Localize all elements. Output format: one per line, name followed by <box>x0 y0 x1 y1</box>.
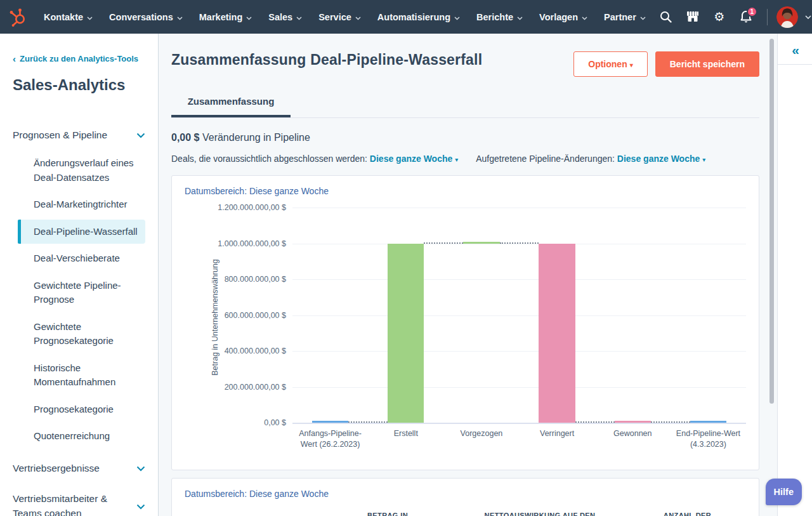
nav-menu: KontakteConversationsMarketingSalesServi… <box>36 0 654 34</box>
tab-zusammenfassung[interactable]: Zusammenfassung <box>171 92 291 117</box>
nav-item-sales[interactable]: Sales <box>260 0 310 34</box>
chevron-down-icon <box>87 12 93 22</box>
settings-gear-icon[interactable]: ⚙ <box>707 5 731 29</box>
notification-badge: 1 <box>747 6 757 17</box>
help-button[interactable]: Hilfe <box>766 479 802 505</box>
x-axis-label: Erstellt <box>368 428 443 450</box>
sidebar-item-gewichtete-prognosekategorie[interactable]: Gewichtete Prognosekategorie <box>21 315 145 354</box>
x-axis-line <box>292 423 746 424</box>
sidebar-item--nderungsverlauf-eines-deal-datensatzes[interactable]: Änderungsverlauf eines Deal-Datensatzes <box>21 151 145 190</box>
nav-item-partner[interactable]: Partner <box>596 0 654 34</box>
right-rail: « <box>764 34 812 516</box>
table-date-range-label: Datumsbereich: Diese ganze Woche <box>185 489 746 499</box>
nav-item-kontakte[interactable]: Kontakte <box>36 0 101 34</box>
collapse-panel-icon[interactable]: « <box>778 34 812 64</box>
breakdown-table-card: Datumsbereich: Diese ganze Woche DEAL-AU… <box>171 478 759 516</box>
sidebar-title: Sales-Analytics <box>13 76 158 94</box>
gridline <box>292 351 746 352</box>
pipeline-change-label: Veränderung in Pipeline <box>202 132 310 143</box>
caret-down-icon: ▾ <box>455 156 458 163</box>
y-tick-label: 0,00 $ <box>264 418 286 427</box>
nav-divider <box>767 9 768 25</box>
waterfall-bar-anfangs-pipeline-wert-26-2-2023-[interactable] <box>312 421 348 423</box>
y-tick-label: 1.000.000.000,00 $ <box>218 239 286 248</box>
x-axis-label: End-Pipeline-Wert (4.3.2023) <box>671 428 746 450</box>
gridline <box>292 244 746 244</box>
y-axis-labels: 1.200.000.000,00 $1.000.000.000,00 $800.… <box>199 208 292 423</box>
sidebar-item-gewichtete-pipeline-prognose[interactable]: Gewichtete Pipeline-Prognose <box>21 274 145 312</box>
back-link-label: Zurück zu den Analytics-Tools <box>20 54 138 63</box>
back-to-analytics-tools-link[interactable]: ‹ Zurück zu den Analytics-Tools <box>13 54 158 63</box>
waterfall-bar-end-pipeline-wert-4-3-2023-[interactable] <box>690 421 726 423</box>
search-icon[interactable] <box>654 5 678 29</box>
waterfall-bar-verringert[interactable] <box>539 244 575 423</box>
waterfall-connector <box>424 242 463 244</box>
filter-deals-close-date: Deals, die voraussichtlich abgeschlossen… <box>171 154 458 164</box>
sidebar-item-quotenerreichung[interactable]: Quotenerreichung <box>21 424 145 449</box>
column-header-net-impact: NETTOAUSWIRKUNG AUF DEN <box>451 512 629 516</box>
y-tick-label: 1.200.000.000,00 $ <box>218 203 286 212</box>
pipeline-change-value: 0,00 $ <box>171 132 199 143</box>
y-tick-label: 600.000.000,00 $ <box>225 311 286 320</box>
chevron-down-icon <box>454 12 460 22</box>
analytics-sidebar: ‹ Zurück zu den Analytics-Tools Sales-An… <box>0 34 159 516</box>
chevron-down-icon <box>177 12 183 22</box>
nav-item-automatisierung[interactable]: Automatisierung <box>369 0 468 34</box>
waterfall-plot <box>292 208 746 423</box>
notifications-bell-icon[interactable]: 1 <box>734 5 758 29</box>
sidebar-item-historische-momentaufnahmen[interactable]: Historische Momentaufnahmen <box>21 356 145 395</box>
x-axis-label: Anfangs-Pipeline-Wert (26.2.2023) <box>292 428 368 450</box>
y-tick-label: 800.000.000,00 $ <box>225 275 286 284</box>
chevron-left-icon: ‹ <box>13 54 16 63</box>
sidebar-item-prognosekategorie[interactable]: Prognosekategorie <box>21 397 145 422</box>
waterfall-bar-erstellt[interactable] <box>388 244 424 423</box>
waterfall-bar-gewonnen[interactable] <box>615 421 651 423</box>
table-header-row: DEAL-AUFSCHLÜSSELUNG BETRAG IN NETTOAUSW… <box>185 512 746 516</box>
user-avatar[interactable] <box>776 6 798 28</box>
column-header-deal-count: ANZAHL DER <box>629 512 746 516</box>
waterfall-connector <box>500 242 539 244</box>
hubspot-logo-icon[interactable] <box>9 8 27 27</box>
nav-utilities: ⚙ 1 <box>654 5 812 29</box>
panel-divider <box>778 64 812 65</box>
waterfall-chart-card: Datumsbereich: Diese ganze Woche Betrag … <box>171 175 759 470</box>
gridline <box>292 315 746 316</box>
waterfall-bar-vorgezogen[interactable] <box>463 242 499 244</box>
main-content: Zusammenfassung Deal-Pipeline-Wasserfall… <box>159 34 764 516</box>
chart-date-range-label: Datumsbereich: Diese ganze Woche <box>185 186 746 196</box>
caret-down-icon: ▾ <box>630 62 633 69</box>
nav-item-vorlagen[interactable]: Vorlagen <box>531 0 596 34</box>
save-report-button[interactable]: Bericht speichern <box>655 51 759 77</box>
filter-deals-close-date-dropdown[interactable]: Diese ganze Woche <box>370 154 452 164</box>
chevron-down-icon <box>582 12 587 22</box>
sidebar-item-deal-verschieberate[interactable]: Deal-Verschieberate <box>21 246 145 271</box>
nav-item-marketing[interactable]: Marketing <box>191 0 261 34</box>
sidebar-section-vertriebsergebnisse[interactable]: Vertriebsergebnisse <box>13 455 158 482</box>
filter-pipeline-changes: Aufgetretene Pipeline-Änderungen: Diese … <box>476 154 705 164</box>
account-chevron-down-icon[interactable] <box>801 5 812 29</box>
nav-item-conversations[interactable]: Conversations <box>101 0 191 34</box>
top-navigation: KontakteConversationsMarketingSalesServi… <box>0 0 812 34</box>
nav-item-service[interactable]: Service <box>310 0 369 34</box>
sidebar-item-deal-pipeline-wasserfall[interactable]: Deal-Pipeline-Wasserfall <box>18 220 145 244</box>
filter-pipeline-changes-dropdown[interactable]: Diese ganze Woche <box>617 154 700 164</box>
y-tick-label: 400.000.000,00 $ <box>225 347 286 355</box>
waterfall-connector <box>651 421 690 423</box>
waterfall-connector <box>348 421 388 423</box>
gridline <box>292 208 746 208</box>
sidebar-section-prognosen[interactable]: Prognosen & Pipeline <box>13 122 158 149</box>
marketplace-icon[interactable] <box>681 5 705 29</box>
chevron-down-icon <box>136 129 145 141</box>
nav-item-berichte[interactable]: Berichte <box>468 0 531 34</box>
options-button[interactable]: Optionen▾ <box>573 51 647 77</box>
sidebar-section-vertriebsmitarbeiter[interactable]: Vertriebsmitarbeiter & Teams coachen <box>13 486 158 516</box>
page-title: Zusammenfassung Deal-Pipeline-Wasserfall <box>171 51 482 69</box>
collapsed-side-panel: « <box>777 34 812 516</box>
tab-bar: Zusammenfassung <box>171 92 759 118</box>
x-axis-label: Verringert <box>520 428 595 450</box>
chevron-down-icon <box>246 12 252 22</box>
chevron-down-icon <box>517 12 523 22</box>
waterfall-connector <box>575 421 615 423</box>
sidebar-item-deal-marketingtrichter[interactable]: Deal-Marketingtrichter <box>21 192 145 217</box>
vertical-scrollbar[interactable] <box>769 39 774 404</box>
